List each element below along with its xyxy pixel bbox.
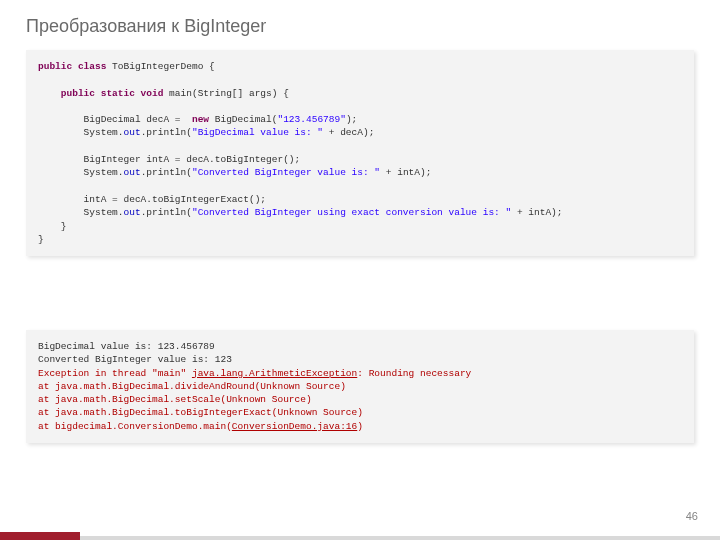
code-text: main(String[] args) {	[163, 88, 288, 99]
code-text: BigDecimal decA =	[38, 114, 192, 125]
code-text: + intA);	[511, 207, 562, 218]
page-number: 46	[686, 510, 698, 522]
code-text: intA = decA.toBigIntegerExact();	[38, 194, 266, 205]
code-text: }	[38, 234, 44, 245]
code-keyword: public static void	[38, 88, 163, 99]
footer-line	[80, 536, 720, 540]
code-text: .println(	[141, 127, 192, 138]
source-file-link: ConversionDemo.java:16	[232, 421, 357, 432]
footer-bar	[0, 532, 720, 540]
code-keyword: new	[192, 114, 209, 125]
stack-trace-line: at java.math.BigDecimal.toBigIntegerExac…	[38, 407, 363, 418]
output-line: Converted BigInteger value is: 123	[38, 354, 232, 365]
code-text: BigInteger intA = decA.toBigInteger();	[38, 154, 300, 165]
code-string: "Converted BigInteger value is: "	[192, 167, 380, 178]
code-text: BigDecimal(	[209, 114, 277, 125]
code-text: }	[38, 221, 67, 232]
stack-trace-line: at java.math.BigDecimal.divideAndRound(U…	[38, 381, 346, 392]
code-text: System.	[38, 167, 124, 178]
code-string: "123.456789"	[277, 114, 345, 125]
code-text: );	[346, 114, 357, 125]
code-text: .println(	[141, 207, 192, 218]
code-text: System.	[38, 207, 124, 218]
slide-title: Преобразования к BigInteger	[26, 16, 266, 37]
exception-line: Exception in thread "main"	[38, 368, 192, 379]
code-text: + intA);	[380, 167, 431, 178]
code-text: System.	[38, 127, 124, 138]
code-field: out	[124, 207, 141, 218]
stack-trace-line: at bigdecimal.ConversionDemo.main(	[38, 421, 232, 432]
code-text: ToBigIntegerDemo {	[106, 61, 214, 72]
footer-accent	[0, 532, 80, 540]
code-field: out	[124, 127, 141, 138]
source-code-block: public class ToBigIntegerDemo { public s…	[26, 50, 694, 256]
exception-class-link: java.lang.ArithmeticException	[192, 368, 357, 379]
code-string: "Converted BigInteger using exact conver…	[192, 207, 511, 218]
stack-trace-line: )	[357, 421, 363, 432]
output-line: BigDecimal value is: 123.456789	[38, 341, 215, 352]
output-block: BigDecimal value is: 123.456789 Converte…	[26, 330, 694, 443]
code-field: out	[124, 167, 141, 178]
stack-trace-line: at java.math.BigDecimal.setScale(Unknown…	[38, 394, 312, 405]
code-text: .println(	[141, 167, 192, 178]
code-text: + decA);	[323, 127, 374, 138]
code-string: "BigDecimal value is: "	[192, 127, 323, 138]
exception-line: : Rounding necessary	[357, 368, 471, 379]
code-keyword: public class	[38, 61, 106, 72]
